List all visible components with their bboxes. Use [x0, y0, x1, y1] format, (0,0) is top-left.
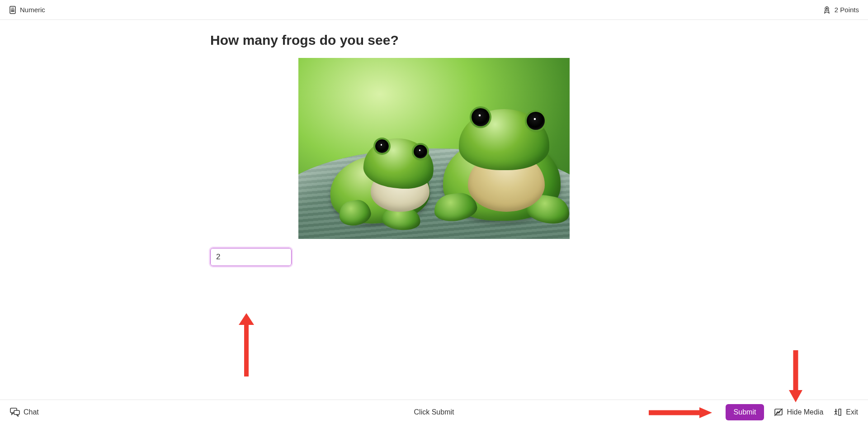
hide-media-label: Hide Media	[787, 408, 823, 416]
chat-label: Chat	[24, 408, 39, 416]
points-icon	[823, 6, 831, 14]
exit-icon	[833, 408, 842, 417]
exit-label: Exit	[846, 408, 858, 416]
points-label: 2 Points	[835, 6, 859, 14]
main-content: How many frogs do you see?	[0, 20, 868, 400]
hide-media-button[interactable]: Hide Media	[774, 408, 823, 416]
svg-point-3	[12, 10, 13, 10]
svg-rect-17	[14, 410, 19, 414]
submit-button[interactable]: Submit	[726, 404, 764, 420]
svg-marker-13	[699, 407, 712, 418]
numeric-icon	[9, 6, 16, 14]
svg-point-4	[14, 10, 14, 10]
svg-point-5	[11, 11, 12, 11]
points-indicator: 2 Points	[823, 6, 859, 14]
question-type-label: Numeric	[20, 6, 45, 14]
question-container: How many frogs do you see?	[210, 33, 658, 400]
annotation-arrow-input	[235, 313, 258, 376]
annotation-arrow-submit-horizontal	[649, 407, 712, 418]
chat-button[interactable]: Chat	[10, 408, 39, 417]
frog-right	[434, 105, 570, 223]
bottom-bar: Chat Click Submit Submit Hide Media	[0, 400, 868, 424]
hide-media-icon	[774, 408, 783, 416]
exit-button[interactable]: Exit	[833, 408, 858, 417]
frog-left	[321, 130, 439, 225]
svg-marker-11	[239, 313, 254, 325]
chat-icon	[10, 408, 20, 417]
question-image	[298, 58, 570, 239]
svg-point-9	[826, 8, 827, 9]
svg-point-7	[14, 11, 14, 11]
svg-point-20	[835, 409, 837, 410]
top-bar: Numeric 2 Points	[0, 0, 868, 20]
svg-point-2	[11, 10, 12, 10]
status-text: Click Submit	[414, 408, 454, 416]
question-title: How many frogs do you see?	[210, 33, 658, 48]
question-type: Numeric	[9, 6, 45, 14]
svg-point-6	[12, 11, 13, 11]
media-container	[210, 58, 658, 239]
answer-input[interactable]	[210, 248, 292, 266]
